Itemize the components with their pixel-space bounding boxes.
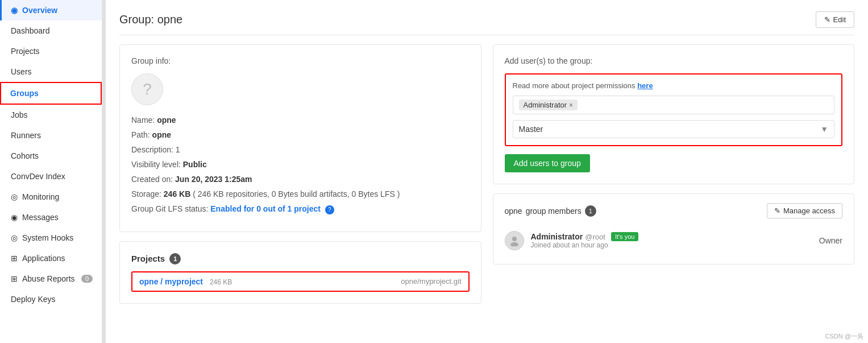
sidebar-item-convdev[interactable]: ConvDev Index [0,166,102,187]
sidebar-item-label: Messages [22,213,59,222]
role-select[interactable]: Master ▼ [513,120,835,138]
name-label: Name: [131,115,155,125]
sidebar-item-abuse-reports[interactable]: ⊞ Abuse Reports 0 [0,268,102,289]
storage-value: 246 KB [164,189,190,199]
its-you-badge: It's you [611,232,639,241]
tag-label: Administrator [524,101,567,109]
member-details: Administrator @root It's you Joined abou… [531,232,639,249]
group-lfs-row: Group Git LFS status: Enabled for 0 out … [131,204,470,214]
sidebar: ◉ Overview Dashboard Projects Users Grou… [0,0,102,343]
sidebar-item-runners[interactable]: Runners [0,125,102,146]
group-path-row: Path: opne [131,130,470,139]
sidebar-item-projects[interactable]: Projects [0,41,102,61]
sidebar-item-deploy-keys[interactable]: Deploy Keys [0,289,102,309]
permissions-box: Read more about project permissions here… [505,73,843,146]
left-column: Group info: ? Name: opne Path: opne Desc… [119,44,481,313]
sidebar-item-label: Groups [10,89,39,98]
add-users-button[interactable]: Add users to group [505,154,590,172]
projects-count-badge: 1 [169,253,181,265]
member-role: Owner [819,236,842,245]
members-count-badge: 1 [585,205,596,217]
projects-card: Projects 1 opne / myproject 246 KB opne/… [119,241,481,304]
system-hooks-icon: ◎ [11,233,18,242]
project-row: opne / myproject 246 KB opne/myproject.g… [131,271,470,292]
projects-header: Projects 1 [131,253,470,265]
visibility-label: Visibility level: [131,160,181,169]
member-handle: @root [585,233,605,241]
add-users-title: Add user(s) to the group: [505,56,843,65]
members-header: opne group members 1 ✎ Manage access [505,203,843,218]
sidebar-item-dashboard[interactable]: Dashboard [0,20,102,41]
name-value: opne [157,115,176,125]
manage-access-button[interactable]: ✎ Manage access [767,203,842,218]
sidebar-item-label: Abuse Reports [22,274,75,283]
path-value: opne [152,130,171,139]
member-name: Administrator [531,232,583,241]
member-info: Administrator @root It's you Joined abou… [505,231,639,250]
group-description-row: Description: 1 [131,145,470,154]
members-card: opne group members 1 ✎ Manage access [493,193,855,265]
group-info-card: Group info: ? Name: opne Path: opne Desc… [119,44,481,232]
created-label: Created on: [131,175,173,184]
sidebar-item-label: Runners [11,131,41,140]
sidebar-item-label: Applications [22,254,65,263]
group-info-title: Group info: [131,56,470,65]
group-visibility-row: Visibility level: Public [131,160,470,169]
sidebar-item-label: Monitoring [22,192,59,201]
content-grid: Group info: ? Name: opne Path: opne Desc… [119,44,854,313]
sidebar-item-label: Users [11,67,32,76]
sidebar-item-label: Cohorts [11,151,39,160]
edit-icon: ✎ [824,15,830,24]
overview-icon: ◉ [11,6,18,15]
sidebar-item-label: Jobs [11,110,28,119]
lfs-link[interactable]: Enabled for 0 out of 1 project [210,204,321,213]
lfs-help-icon[interactable]: ? [325,205,334,214]
svg-point-0 [512,237,517,241]
tag-input-field[interactable]: Administrator × [513,96,835,114]
description-label: Description: [131,145,173,154]
lfs-label: Group Git LFS status: [131,204,208,213]
abuse-reports-icon: ⊞ [11,274,18,283]
page-title: Group: opne [119,13,182,26]
project-info: opne / myproject 246 KB [139,277,232,286]
abuse-reports-badge: 0 [81,275,93,283]
member-row: Administrator @root It's you Joined abou… [505,226,843,255]
members-title: opne group members 1 [505,205,596,217]
permissions-text: Read more about project permissions here [513,81,835,90]
avatar [505,231,524,250]
tag-close-btn[interactable]: × [569,101,573,109]
sidebar-item-messages[interactable]: ◉ Messages [0,207,102,228]
members-group-name: opne [505,206,522,216]
sidebar-item-system-hooks[interactable]: ◎ System Hooks [0,228,102,248]
sidebar-item-label: Dashboard [11,26,50,35]
manage-access-label: Manage access [783,206,835,215]
sidebar-item-monitoring[interactable]: ◎ Monitoring [0,187,102,207]
sidebar-item-jobs[interactable]: Jobs [0,105,102,125]
sidebar-item-applications[interactable]: ⊞ Applications [0,248,102,268]
svg-point-1 [510,242,518,246]
projects-title: Projects [131,254,165,263]
group-created-row: Created on: Jun 20, 2023 1:25am [131,175,470,184]
permissions-link[interactable]: here [637,81,653,90]
role-value: Master [519,125,543,134]
sidebar-item-cohorts[interactable]: Cohorts [0,146,102,166]
sidebar-item-overview[interactable]: ◉ Overview [0,0,102,20]
edit-button[interactable]: ✎ Edit [816,11,854,28]
sidebar-item-users[interactable]: Users [0,61,102,82]
sidebar-item-groups[interactable]: Groups [0,82,102,105]
manage-access-icon: ✎ [774,206,780,215]
project-size: 246 KB [210,278,232,286]
created-value: Jun 20, 2023 1:25am [175,175,252,184]
messages-icon: ◉ [11,213,18,222]
monitoring-icon: ◎ [11,192,18,201]
project-link[interactable]: opne / myproject [139,277,203,286]
sidebar-item-label: System Hooks [22,233,73,242]
visibility-value: Public [183,160,207,169]
chevron-down-icon: ▼ [820,125,828,134]
member-joined: Joined about an hour ago [531,241,639,249]
administrator-tag: Administrator × [519,100,578,110]
main-content: Group: opne ✎ Edit Group info: ? Name: o… [106,0,868,343]
group-avatar: ? [131,73,163,105]
sidebar-item-label: Projects [11,47,40,56]
group-name-row: Name: opne [131,115,470,125]
